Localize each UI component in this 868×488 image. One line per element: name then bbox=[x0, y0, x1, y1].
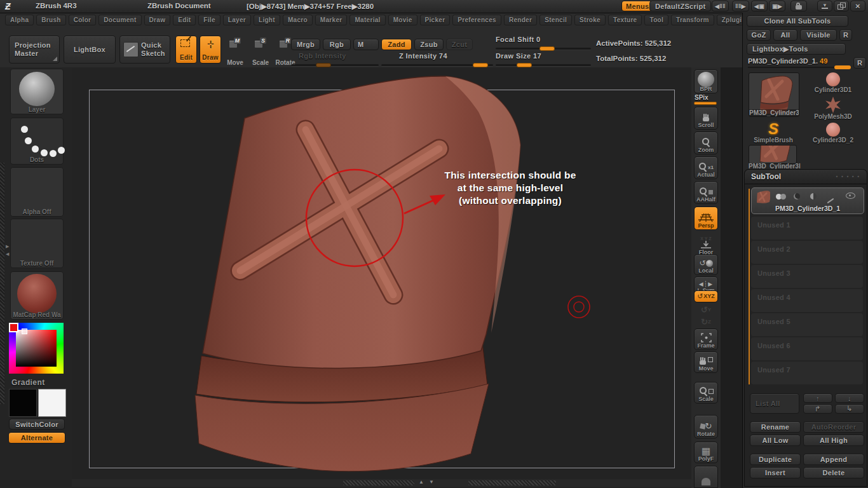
tray-collapse-right-button[interactable]: ‖‖▶ bbox=[732, 1, 749, 11]
tray-expand-icon[interactable]: ▶ bbox=[6, 244, 9, 249]
menus-button[interactable]: Menus bbox=[621, 1, 653, 11]
insert-button[interactable]: Insert bbox=[750, 467, 801, 478]
menu-document[interactable]: Document bbox=[98, 15, 141, 25]
rgb-intensity-slider[interactable]: Rgb Intensity bbox=[291, 52, 379, 67]
subtool-move-down-button[interactable]: ↳ bbox=[835, 404, 864, 414]
document-canvas[interactable]: This intersection should be at the same … bbox=[72, 67, 691, 488]
subtool-item-unused-6[interactable]: Unused 6 bbox=[751, 337, 863, 360]
scale-button[interactable]: Scale bbox=[694, 382, 718, 403]
subtool-item-active[interactable]: PM3D_Cylinder3D_1 bbox=[751, 187, 864, 214]
divider-down-icon[interactable]: ▼ bbox=[429, 479, 434, 485]
subtool-header[interactable]: SubTool ● ● ● ● ● bbox=[745, 170, 867, 184]
z-intensity-slider[interactable]: Z Intensity 74 bbox=[381, 52, 493, 67]
recent-tool-thumbnail[interactable] bbox=[749, 145, 797, 164]
projection-master-button[interactable]: Projection Master bbox=[9, 36, 60, 64]
alpha-selector[interactable]: Alpha Off bbox=[10, 167, 64, 217]
rotate-y-button[interactable]: ↺Y bbox=[694, 304, 718, 315]
all-high-button[interactable]: All High bbox=[803, 435, 864, 446]
subtool-move-up-button[interactable]: ↱ bbox=[803, 404, 832, 414]
all-low-button[interactable]: All Low bbox=[750, 435, 801, 446]
draw-mode-button[interactable]: -¦- Draw bbox=[200, 36, 221, 64]
menu-alpha[interactable]: Alpha bbox=[5, 15, 34, 25]
menu-preferences[interactable]: Preferences bbox=[452, 15, 501, 25]
zcut-button[interactable]: Zcut bbox=[446, 39, 473, 50]
active-tool-handle[interactable] bbox=[834, 65, 851, 69]
autoreorder-button[interactable]: AutoReorder bbox=[803, 421, 864, 433]
polypaint-icon[interactable] bbox=[776, 193, 786, 201]
r2-button[interactable]: R bbox=[853, 57, 866, 69]
local-button[interactable]: ↺ Local bbox=[694, 254, 718, 275]
zadd-button[interactable]: Zadd bbox=[381, 39, 412, 50]
edit-mode-button[interactable]: Edit bbox=[175, 36, 197, 64]
lightbox-tools-button[interactable]: Lightbox▶Tools bbox=[747, 43, 846, 55]
m-button[interactable]: M bbox=[353, 39, 379, 50]
mrgb-button[interactable]: Mrgb bbox=[291, 39, 320, 50]
subtool-down-button[interactable]: ↓ bbox=[835, 393, 864, 403]
subtool-scroll-indicator[interactable] bbox=[749, 189, 750, 384]
z-intensity-handle[interactable] bbox=[473, 63, 488, 67]
frame-button[interactable]: Frame bbox=[694, 329, 718, 350]
menu-file[interactable]: File bbox=[198, 15, 220, 25]
menu-picker[interactable]: Picker bbox=[420, 15, 451, 25]
subtool-item-unused-2[interactable]: Unused 2 bbox=[751, 241, 863, 264]
menu-draw[interactable]: Draw bbox=[144, 15, 171, 25]
quick-sketch-button[interactable]: Quick Sketch bbox=[119, 36, 170, 64]
move-mode-button[interactable]: M Move bbox=[224, 36, 247, 68]
subtool-item-unused-5[interactable]: Unused 5 bbox=[751, 313, 863, 336]
bpr-button[interactable]: BPR bbox=[694, 69, 718, 93]
delete-button[interactable]: Delete bbox=[803, 467, 864, 478]
minimize-button[interactable]: ▼ bbox=[817, 1, 832, 11]
stroke-selector[interactable]: Dots bbox=[10, 118, 64, 165]
active-tool-slider[interactable]: PM3D_Cylinder3D_1. 49 bbox=[748, 57, 851, 70]
active-tool-thumbnail[interactable]: PM3D_Cylinder3l bbox=[749, 72, 799, 117]
divider-grip-right[interactable] bbox=[468, 480, 556, 485]
menu-stroke[interactable]: Stroke bbox=[574, 15, 606, 25]
menu-edit[interactable]: Edit bbox=[173, 15, 196, 25]
divider-up-icon[interactable]: ▲ bbox=[419, 479, 424, 485]
polyf-button[interactable]: ▦ PolyF bbox=[694, 442, 718, 463]
focal-shift-handle[interactable] bbox=[539, 46, 555, 51]
close-button[interactable]: × bbox=[850, 1, 865, 11]
restore-button[interactable] bbox=[834, 1, 849, 11]
r-button[interactable]: R bbox=[839, 29, 852, 41]
next-document-button[interactable]: ▣▶ bbox=[769, 1, 785, 11]
draw-size-slider[interactable]: Draw Size 17 bbox=[496, 52, 591, 67]
alternate-button[interactable]: Alternate bbox=[8, 432, 65, 444]
menu-render[interactable]: Render bbox=[504, 15, 537, 25]
color-gradient-square[interactable] bbox=[16, 330, 57, 367]
all-button[interactable]: All bbox=[773, 29, 797, 41]
eye-visibility-icon[interactable] bbox=[846, 193, 855, 200]
subtool-up-button[interactable]: ↑ bbox=[803, 393, 832, 403]
paintbrush-icon[interactable] bbox=[827, 195, 834, 203]
rgb-intensity-handle[interactable] bbox=[316, 63, 331, 67]
lightbox-button[interactable]: LightBox bbox=[64, 36, 116, 64]
list-all-button[interactable]: List All bbox=[750, 393, 799, 414]
xyz-button[interactable]: ↺ XYZ bbox=[694, 290, 718, 302]
rgb-button[interactable]: Rgb bbox=[323, 39, 351, 50]
prev-document-button[interactable]: ◀▣ bbox=[751, 1, 768, 11]
scale-mode-button[interactable]: S Scale bbox=[249, 36, 272, 68]
lock-button[interactable] bbox=[790, 1, 807, 11]
subtool-item-unused-7[interactable]: Unused 7 bbox=[751, 362, 863, 384]
subtool-item-unused-3[interactable]: Unused 3 bbox=[751, 265, 863, 288]
difference-icon[interactable] bbox=[810, 193, 817, 201]
rotate-button[interactable]: ↻ Rotate bbox=[694, 415, 718, 438]
menu-tool[interactable]: Tool bbox=[644, 15, 668, 25]
left-tray-divider[interactable] bbox=[0, 163, 4, 404]
menu-texture[interactable]: Texture bbox=[608, 15, 642, 25]
move-button[interactable]: Move bbox=[694, 351, 718, 373]
tool-item-simplebrush[interactable]: S SimpleBrush bbox=[749, 119, 798, 145]
scroll-button[interactable]: Scroll bbox=[694, 107, 718, 130]
menu-marker[interactable]: Marker bbox=[315, 15, 348, 25]
rename-button[interactable]: Rename bbox=[750, 421, 801, 433]
menu-light[interactable]: Light bbox=[254, 15, 280, 25]
menu-stencil[interactable]: Stencil bbox=[539, 15, 572, 25]
menu-transform[interactable]: Transform bbox=[671, 15, 714, 25]
visible-button[interactable]: Visible bbox=[800, 29, 837, 41]
menu-material[interactable]: Material bbox=[349, 15, 385, 25]
persp-button[interactable]: Persp bbox=[694, 207, 718, 230]
zoom-button[interactable]: Zoom bbox=[694, 132, 718, 154]
subtool-item-unused-4[interactable]: Unused 4 bbox=[751, 289, 863, 312]
goz-button[interactable]: GoZ bbox=[747, 29, 771, 41]
tool-item-polymesh3d[interactable]: PolyMesh3D bbox=[801, 95, 865, 121]
